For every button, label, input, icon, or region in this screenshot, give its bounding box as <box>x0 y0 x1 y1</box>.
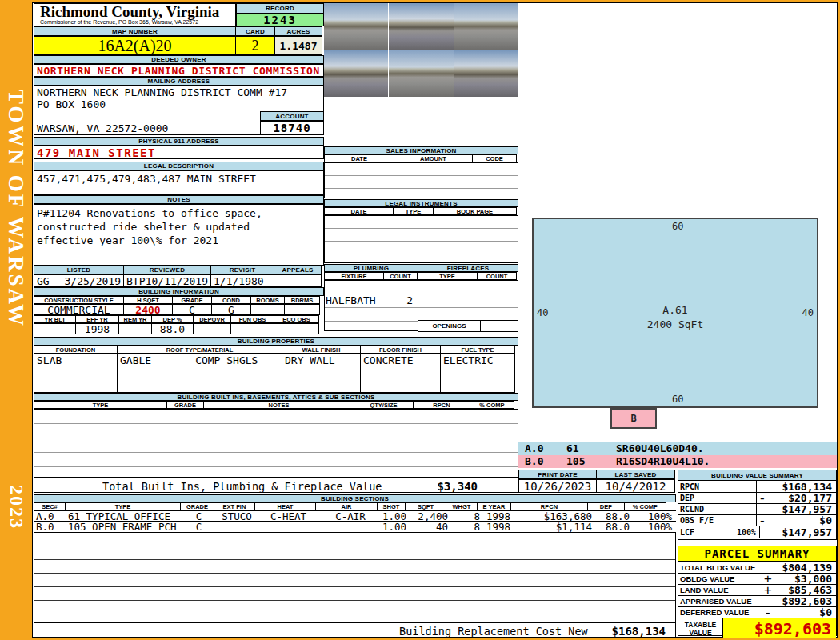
acres-value: 1.1487 <box>274 36 322 55</box>
sales-title: SALES INFORMATION <box>324 146 518 154</box>
built-ins-total-value: $3,340 <box>437 480 478 493</box>
remyr-value <box>118 323 152 334</box>
code-a-sec: A.0 <box>525 442 543 454</box>
bvs-title: BUILDING VALUE SUMMARY <box>678 470 836 481</box>
built-ins-empty-rows <box>34 409 518 478</box>
bs-b-sec: B.0 <box>34 521 66 533</box>
plumbing-fixture-value: HALFBATH <box>326 294 376 307</box>
physical-address-value: 479 MAIN STREET <box>34 146 324 159</box>
parcel-row: TOTAL BLDG VALUE $804,139 <box>678 562 836 573</box>
appeals-value <box>274 274 322 287</box>
li-bookpage-label: BOOK PAGE <box>433 207 517 215</box>
li-type-label: TYPE <box>393 207 434 215</box>
replacement-cost-row: Building Replacement Cost New $168,134 <box>34 622 676 638</box>
foundation-value: SLAB <box>34 354 118 393</box>
parcel-value: $85,463 <box>773 584 836 596</box>
code-b-num: 105 <box>566 455 585 467</box>
building-value-summary: BUILDING VALUE SUMMARY RPCN $168,134 DEP… <box>678 470 837 540</box>
built-ins-total-row: Total Built Ins, Plumbing & Fireplace Va… <box>34 478 518 493</box>
sales-date-label: DATE <box>324 154 394 162</box>
bi-type-label: TYPE <box>34 401 167 409</box>
property-photo[interactable] <box>389 50 453 97</box>
sales-empty-rows <box>324 162 518 198</box>
parcel-value: $3,000 <box>773 573 836 585</box>
notes-line: constructed ride shelter & updated <box>37 220 323 234</box>
bvs-label-lcf: LCF 100% <box>678 526 760 538</box>
sketch-section-a-sqft: 2400 SqFt <box>534 318 817 330</box>
last-saved-label: LAST SAVED <box>596 470 675 479</box>
bvs-value: $20,177 <box>768 492 836 504</box>
revisit-value: 1/1/1980 <box>210 274 274 287</box>
parcel-label: DEFERRED VALUE <box>678 607 762 618</box>
grade-value: C <box>172 304 212 315</box>
legal-description-label: LEGAL DESCRIPTION <box>34 162 324 170</box>
bs-dep-label: DEP <box>587 502 625 510</box>
deeded-owner-label: DEEDED OWNER <box>34 55 324 64</box>
building-section-row-a: A.0 61 TYPICAL OFFICE C STUCO C-HEAT C-A… <box>34 510 676 522</box>
remyr-label: REM YR <box>118 315 152 323</box>
parcel-row: OBLDG VALUE + $3,000 <box>678 573 836 584</box>
property-photo[interactable] <box>454 50 518 97</box>
physical-address-label: PHYSICAL 911 ADDRESS <box>34 137 324 146</box>
parcel-sign: + <box>762 582 773 598</box>
grade-label: GRADE <box>172 296 212 304</box>
bvs-label: RCLND <box>678 504 757 514</box>
bs-sqft-label: SQFT <box>405 502 446 510</box>
property-photo[interactable] <box>324 50 388 97</box>
building-information-title: BUILDING INFORMATION <box>34 287 324 296</box>
sketch-code-row-a: A.0 61 SR60U40L60D40. <box>518 442 837 455</box>
effyr-value: 1998 <box>75 323 119 334</box>
openings-value <box>480 320 518 332</box>
bs-b-whgt: 8 <box>452 521 484 533</box>
parcel-label: APPRAISED VALUE <box>678 596 762 606</box>
commissioner-line: Commissioner of the Revenue, PO Box 365,… <box>34 19 235 25</box>
roof-type-value: GABLE <box>120 354 151 366</box>
bs-shgt-label: SHGT <box>377 502 406 510</box>
bvs-value: $0 <box>768 514 836 526</box>
reviewed-value: BTP10/11/2019 <box>123 274 211 287</box>
parcel-summary: PARCEL SUMMARY TOTAL BLDG VALUE $804,139… <box>678 546 837 636</box>
notes-box: P#11204 Renovations to office space, con… <box>34 204 324 266</box>
roof-label: ROOF TYPE/MATERIAL <box>117 346 282 354</box>
sketch-section-a-label: A.61 <box>534 304 817 316</box>
building-properties-title: BUILDING PROPERTIES <box>34 337 518 346</box>
bi-qty-label: QTY/SIZE <box>354 401 414 409</box>
floor-finish-value: CONCRETE <box>360 354 441 393</box>
cond-value: G <box>211 304 251 315</box>
bi-comp-label: % COMP <box>470 401 514 409</box>
notes-label: NOTES <box>34 195 324 204</box>
wall-finish-value: DRY WALL <box>282 354 361 393</box>
acres-label: ACRES <box>274 26 322 36</box>
bs-comp-label: % COMP <box>624 502 666 510</box>
bdrms-value <box>284 304 320 315</box>
building-sketch-area-b: B <box>610 408 657 429</box>
bvs-label: OBS F/E <box>678 515 757 526</box>
rooms-value <box>250 304 285 315</box>
bs-b-grade: C <box>182 521 216 533</box>
fireplace-type-label: TYPE <box>417 272 478 280</box>
sketch-code-row-b: B.0 105 R16SD4R10U4L10. <box>518 455 837 468</box>
sketch-dim-top: 60 <box>672 221 683 232</box>
bi-rpcn-label: RPCN <box>413 401 470 409</box>
card-label: CARD <box>235 26 275 36</box>
depovr-value <box>193 323 231 334</box>
listed-value: GG3/25/2019 <box>34 274 124 287</box>
parcel-row: DEFERRED VALUE - $0 <box>678 606 836 618</box>
mailing-line: PO BOX 1600 <box>34 98 323 110</box>
plumbing-rows: HALFBATH 2 <box>324 280 418 331</box>
bs-a-extfin: STUCO <box>216 510 258 522</box>
property-photo[interactable] <box>389 3 453 50</box>
ecoobs-label: ECO OBS <box>274 315 319 323</box>
sidebar: TOWN OF WARSAW 2023 <box>0 0 32 640</box>
property-photo[interactable] <box>454 3 518 50</box>
fireplaces-title: FIREPLACES <box>418 264 518 272</box>
fuel-type-label: FUEL TYPE <box>440 346 515 354</box>
li-date-label: DATE <box>324 207 394 215</box>
roof-material-value: COMP SHGLS <box>195 354 258 366</box>
property-photo[interactable] <box>324 3 388 50</box>
bvs-label: LCF <box>680 528 694 537</box>
parcel-summary-title: PARCEL SUMMARY <box>678 546 836 562</box>
dep-pct-label: DEP % <box>151 315 194 323</box>
building-sketch-area-a: 60 40 40 60 A.61 2400 SqFt <box>532 218 818 408</box>
listed-label: LISTED <box>34 266 124 274</box>
